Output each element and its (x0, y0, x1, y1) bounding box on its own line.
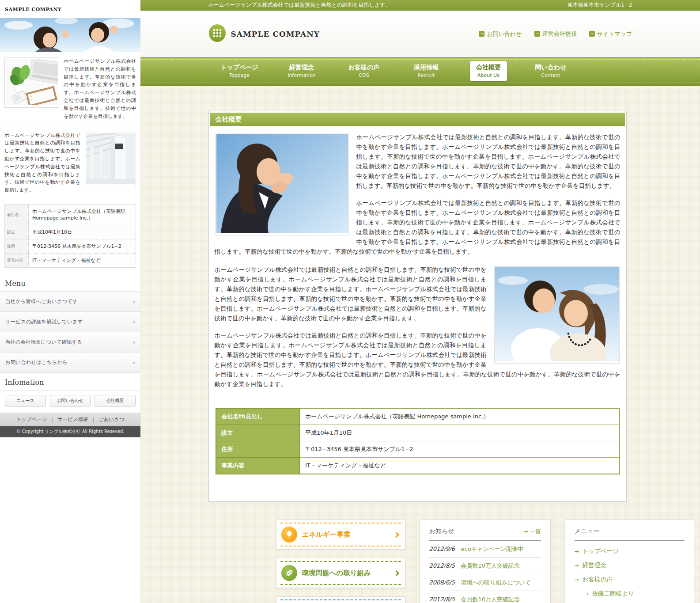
banner-environment[interactable]: 環境問題への取り組み (276, 558, 405, 588)
arrow-right-icon: → (534, 31, 540, 37)
footer-link-top[interactable]: トップページ (16, 416, 47, 422)
news-date: 2012/9/6 (429, 546, 456, 552)
footer-link-service[interactable]: サービス概要 (47, 416, 88, 422)
photo-office-interior (85, 132, 136, 187)
contact-button[interactable]: お問い合わせ (50, 395, 91, 406)
row-value: 平成10年1月10日 (300, 425, 619, 441)
leaf-icon (281, 565, 297, 581)
menu-link-philosophy[interactable]: →経営理念 (575, 558, 685, 573)
chevron-right-icon (394, 532, 399, 538)
news-panel: お知らせ → 一覧 2012/9/6 ecoキャンペーン開催中 2012/8/5… (420, 520, 551, 603)
sidebar-menu-item-contact[interactable]: お問い合わせはこちらから › (0, 353, 140, 373)
news-title: お知らせ (429, 527, 454, 535)
news-link[interactable]: 会員数10万人突破記念 (461, 595, 520, 603)
header-link-operator-info[interactable]: → 運営会社情報 (534, 30, 577, 38)
news-link[interactable]: ecoキャンペーン開催中 (461, 545, 524, 553)
sidebar-footer-links: トップページサービス概要ごあいさつ (0, 413, 140, 426)
photo-woman-calling (216, 133, 349, 235)
row-value: ホームページサンプル株式会社（英語表記 Homepage sample Inc.… (300, 408, 619, 425)
site-header: SAMPLE COMPANY → お問い合わせ → 運営会社情報 → サイトマッ… (140, 11, 700, 57)
nav-tab-philosophy[interactable]: 経営理念 Information (281, 61, 322, 81)
tagline: ホームページサンプル株式会社では最新技術と自然との調和を目指します。 (208, 1, 391, 9)
chevron-right-icon: › (133, 298, 135, 305)
sidebar-about-block-1: ホームページサンプル株式会社では最新技術と自然との調和を目指します。革新的な技術… (0, 52, 140, 126)
photo-smiling-couple (494, 266, 620, 364)
table-row: 住所 〒012-3456 見本県見本市サンプル1−2 (5, 239, 136, 254)
nav-tab-about-active[interactable]: 会社概要 About Us (470, 61, 507, 81)
row-label: 会社名 (5, 205, 29, 225)
main-navigation: トップページ Toppage 経営理念 Information お客様の声 CO… (140, 57, 700, 86)
brand[interactable]: SAMPLE COMPANY (208, 24, 320, 44)
chevron-right-icon: › (133, 359, 135, 366)
about-block-2: ホームページサンプル株式会社では最新技術と自然との調和を目指します。革新的な技術… (215, 265, 621, 396)
about-card: 会社概要 (208, 111, 627, 502)
company-button[interactable]: 会社概要 (95, 395, 136, 406)
menu-link-customer-voice[interactable]: →お客様の声 (575, 573, 685, 587)
news-list: 2012/9/6 ecoキャンペーン開催中 2012/8/5 会員数10万人突破… (429, 541, 541, 603)
sidebar-menu: 当社から皆様へごあいさつです › サービスの詳細を解説しています › 当社の会社… (0, 292, 140, 373)
row-label: 住所 (216, 441, 300, 458)
table-row: 設立 平成10年1月10日 (5, 225, 136, 239)
menu-link-sato[interactable]: →佐藤二朗様より (575, 587, 685, 601)
sidebar-about-block-2: ホームページサンプル株式会社では最新技術と自然との調和を目指します。革新的な技術… (0, 126, 140, 200)
lightbulb-icon (281, 527, 297, 542)
news-more-link[interactable]: → 一覧 (523, 528, 541, 535)
row-value: IT・マーケティング・福祉など (29, 254, 136, 268)
top-green-bar: ホームページサンプル株式会社では最新技術と自然との調和を目指します。 見本県見本… (140, 0, 700, 11)
sidebar-menu-item-greeting[interactable]: 当社から皆様へごあいさつです › (0, 292, 140, 312)
news-item: 2012/9/6 ecoキャンペーン開催中 (429, 541, 541, 557)
menu-panel-title: メニュー (575, 527, 600, 535)
nav-tab-toppage[interactable]: トップページ Toppage (214, 61, 265, 81)
arrow-right-icon: → (575, 576, 579, 583)
row-value: 平成10年1月10日 (29, 225, 136, 239)
news-date: 2012/8/5 (429, 562, 456, 569)
arrow-right-icon: → (584, 591, 589, 597)
sidebar-info-heading: Infomation (0, 373, 140, 391)
menu-panel-list: →トップページ →経営理念 →お客様の声 →佐藤二朗様より →伊藤大介様より →… (575, 541, 685, 603)
arrow-right-icon: → (479, 31, 484, 37)
news-item: 2012/8/5 会員数10万人突破記念 (429, 557, 541, 574)
nav-tab-recruit[interactable]: 採用情報 Recruit (408, 61, 445, 81)
menu-link-toppage[interactable]: →トップページ (575, 544, 685, 558)
sidebar-menu-item-service[interactable]: サービスの詳細を解説しています › (0, 312, 140, 332)
banner-energy-business[interactable]: エネルギー事業 (276, 520, 405, 550)
mobile-preview-panel: SAMPLE COMPANY (0, 0, 140, 437)
nav-tab-contact[interactable]: 問い合わせ Contact (529, 61, 573, 81)
arrow-right-icon: → (523, 528, 528, 535)
table-row: 事業内容 IT・マーケティング・福祉など (216, 458, 619, 474)
row-label: 事業内容 (216, 458, 300, 474)
sidebar-menu-item-company[interactable]: 当社の会社概要について確認する › (0, 332, 140, 353)
row-value: 〒012-3456 見本県見本市サンプル1−2 (29, 239, 136, 254)
menu-panel: メニュー →トップページ →経営理念 →お客様の声 →佐藤二朗様より →伊藤大介… (565, 520, 694, 603)
banner-society-industry[interactable]: 社会・産業の一覧 (276, 596, 405, 603)
table-row: 設立 平成10年1月10日 (216, 425, 619, 441)
sidebar-copyright: © Copyright サンプル株式会社 All Rights Reseved. (0, 426, 140, 437)
header-link-sitemap[interactable]: → サイトマップ (589, 30, 632, 38)
footer-link-greeting[interactable]: ごあいさつ (88, 416, 125, 422)
news-link[interactable]: 環境への取り組みについて (461, 579, 531, 587)
table-row: 会社名 ホームページサンプル株式会社（英語表記 Homepage sample … (5, 205, 136, 225)
header-utility-links: → お問い合わせ → 運営会社情報 → サイトマップ (479, 30, 632, 38)
about-block-1: ホームページサンプル株式会社では最新技術と自然との調和を目指します。革新的な技術… (215, 132, 621, 264)
news-date: 2012/8/5 (429, 596, 456, 603)
row-label: 住所 (5, 239, 29, 254)
row-value: 〒012−3456 見本県見本市サンプル1−2 (300, 441, 619, 458)
banner-column: エネルギー事業 環境問題への取り組み (276, 520, 405, 603)
row-value: ホームページサンプル株式会社（英語表記 Homepage sample Inc.… (29, 205, 136, 225)
sidebar-about-text-1: ホームページサンプル株式会社では最新技術と自然との調和を目指します。革新的な技術… (64, 57, 136, 121)
news-link[interactable]: 会員数10万人突破記念 (461, 562, 520, 570)
chevron-right-icon: › (133, 319, 135, 325)
nav-tab-customer-voice[interactable]: お客様の声 COS (342, 61, 386, 81)
photo-desk-plant (4, 57, 59, 108)
page-content: 会社概要 (140, 86, 700, 603)
row-label: 会社名th見出し (216, 408, 300, 425)
menu-link-ito[interactable]: →伊藤大介様より (575, 601, 685, 603)
news-item: 2008/6/5 環境への取り組みについて (429, 574, 541, 591)
page-title: 会社概要 (210, 113, 625, 126)
row-label: 事業内容 (5, 254, 29, 268)
table-row: 事業内容 IT・マーケティング・福祉など (5, 254, 136, 268)
header-address: 見本県見本市サンプル1−2 (568, 1, 632, 9)
arrow-right-icon: → (575, 562, 579, 569)
news-button[interactable]: ニュース (5, 395, 46, 406)
header-link-contact[interactable]: → お問い合わせ (479, 30, 522, 38)
